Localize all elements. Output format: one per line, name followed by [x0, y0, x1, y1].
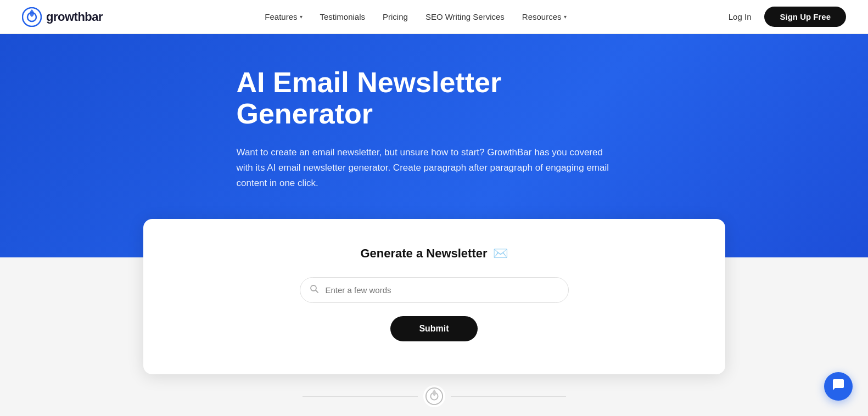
login-link[interactable]: Log In: [729, 12, 752, 21]
signup-button[interactable]: Sign Up Free: [764, 7, 846, 27]
chat-bubble[interactable]: [824, 372, 853, 401]
hero-content: AI Email Newsletter Generator Want to cr…: [215, 67, 654, 192]
features-chevron-icon: ▾: [300, 14, 303, 20]
nav-pricing[interactable]: Pricing: [383, 12, 408, 21]
nav-actions: Log In Sign Up Free: [729, 7, 846, 27]
resources-chevron-icon: ▾: [564, 14, 567, 20]
logo-text: growthbar: [46, 10, 103, 24]
generator-card: Generate a Newsletter ✉️ Submit: [143, 219, 725, 374]
footer-divider: [303, 396, 566, 397]
mail-icon: ✉️: [493, 246, 508, 261]
hero-title: AI Email Newsletter Generator: [237, 67, 632, 130]
logo-icon: [22, 7, 42, 27]
nav-resources[interactable]: Resources ▾: [522, 12, 567, 21]
card-wrapper: Generate a Newsletter ✉️ Submit: [0, 219, 868, 374]
footer-logo-area: [0, 374, 868, 408]
nav-testimonials[interactable]: Testimonials: [320, 12, 366, 21]
chat-icon: [832, 378, 845, 395]
search-input-wrapper: [300, 277, 569, 303]
nav-seo-writing[interactable]: SEO Writing Services: [425, 12, 505, 21]
hero-description: Want to create an email newsletter, but …: [237, 145, 610, 191]
nav-features[interactable]: Features ▾: [265, 12, 302, 21]
footer-logo-icon: [423, 385, 445, 407]
card-title: Generate a Newsletter ✉️: [360, 246, 507, 261]
submit-button[interactable]: Submit: [390, 316, 477, 341]
main-nav: Features ▾ Testimonials Pricing SEO Writ…: [265, 12, 566, 21]
logo[interactable]: growthbar: [22, 7, 103, 27]
newsletter-input[interactable]: [300, 277, 569, 303]
header: growthbar Features ▾ Testimonials Pricin…: [0, 0, 868, 34]
